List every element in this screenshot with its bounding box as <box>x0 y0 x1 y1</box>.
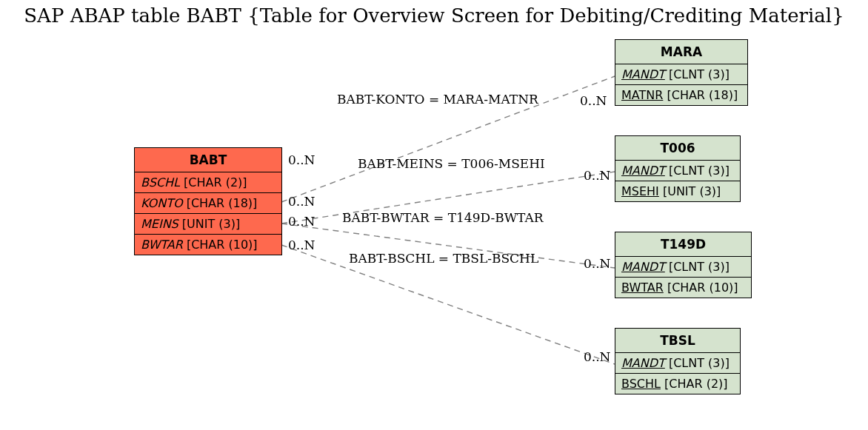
rel4-text: BABT-BSCHL = TBSL-BSCHL <box>349 251 538 266</box>
rel3-text: BABT-BWTAR = T149D-BWTAR <box>342 210 544 225</box>
rel2-right-card: 0..N <box>584 168 611 183</box>
entity-mara: MARA MANDT [CLNT (3)] MATNR [CHAR (18)] <box>615 39 748 106</box>
entity-babt: BABT BSCHL [CHAR (2)] KONTO [CHAR (18)] … <box>134 147 282 255</box>
entity-t006-header: T006 <box>615 136 740 161</box>
page-title: SAP ABAP table BABT {Table for Overview … <box>0 4 868 27</box>
rel1-left-card: 0..N <box>288 152 316 167</box>
rel2-left-card: 0..N <box>288 194 316 209</box>
entity-tbsl-field-mandt: MANDT [CLNT (3)] <box>615 353 740 374</box>
entity-mara-field-matnr: MATNR [CHAR (18)] <box>615 85 747 105</box>
entity-babt-header: BABT <box>135 148 281 172</box>
entity-babt-field-meins: MEINS [UNIT (3)] <box>135 214 281 235</box>
entity-tbsl-field-bschl: BSCHL [CHAR (2)] <box>615 374 740 394</box>
entity-t006-field-mandt: MANDT [CLNT (3)] <box>615 161 740 181</box>
rel4-right-card: 0..N <box>584 349 611 364</box>
entity-babt-field-bschl: BSCHL [CHAR (2)] <box>135 172 281 193</box>
entity-t006: T006 MANDT [CLNT (3)] MSEHI [UNIT (3)] <box>615 135 741 202</box>
rel3-right-card: 0..N <box>584 256 611 271</box>
entity-babt-field-konto: KONTO [CHAR (18)] <box>135 193 281 214</box>
entity-t006-field-msehi: MSEHI [UNIT (3)] <box>615 181 740 201</box>
entity-t149d-field-mandt: MANDT [CLNT (3)] <box>615 257 751 278</box>
entity-t149d: T149D MANDT [CLNT (3)] BWTAR [CHAR (10)] <box>615 232 752 298</box>
entity-t149d-header: T149D <box>615 232 751 257</box>
entity-t149d-field-bwtar: BWTAR [CHAR (10)] <box>615 278 751 298</box>
rel1-text: BABT-KONTO = MARA-MATNR <box>337 92 538 107</box>
entity-mara-field-mandt: MANDT [CLNT (3)] <box>615 64 747 85</box>
rel2-text: BABT-MEINS = T006-MSEHI <box>358 156 545 171</box>
entity-mara-header: MARA <box>615 40 747 64</box>
rel4-left-card: 0..N <box>288 238 316 252</box>
entity-babt-field-bwtar: BWTAR [CHAR (10)] <box>135 235 281 255</box>
entity-tbsl-header: TBSL <box>615 329 740 353</box>
entity-tbsl: TBSL MANDT [CLNT (3)] BSCHL [CHAR (2)] <box>615 328 741 394</box>
rel3-left-card: 0..N <box>288 214 316 229</box>
rel1-right-card: 0..N <box>580 93 607 108</box>
